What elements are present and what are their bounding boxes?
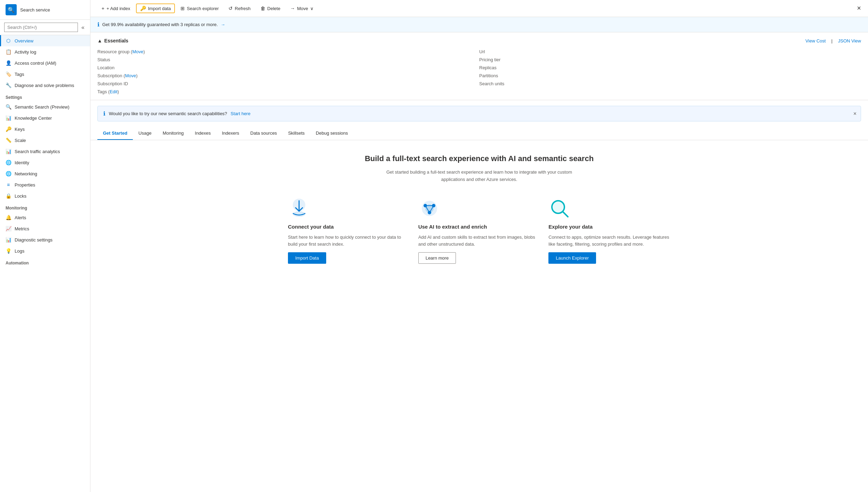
content-area: ℹ Get 99.9% availability guaranteed with… <box>90 17 868 492</box>
sidebar-item-search-traffic-label: Search traffic analytics <box>15 149 60 154</box>
move-button[interactable]: → Move ∨ <box>286 3 318 13</box>
add-index-icon: + <box>102 6 104 11</box>
sidebar-item-locks[interactable]: 🔒 Locks <box>0 190 90 201</box>
sidebar-item-semantic-search[interactable]: 🔍 Semantic Search (Preview) <box>0 101 90 112</box>
sidebar-item-alerts[interactable]: 🔔 Alerts <box>0 212 90 223</box>
tags-edit-link[interactable]: Edit <box>110 89 117 94</box>
search-explorer-label: Search explorer <box>187 6 219 11</box>
search-explorer-icon: ⊞ <box>180 6 185 11</box>
sidebar-item-knowledge-center[interactable]: 📊 Knowledge Center <box>0 112 90 124</box>
sidebar-item-iam[interactable]: 👤 Access control (IAM) <box>0 57 90 69</box>
monitoring-section-label: Monitoring <box>0 201 90 212</box>
essentials-resource-group: Resource group (Move) <box>97 49 479 54</box>
search-explorer-button[interactable]: ⊞ Search explorer <box>176 3 223 13</box>
view-cost-link[interactable]: View Cost <box>805 38 826 43</box>
properties-icon: ≡ <box>6 182 11 188</box>
refresh-button[interactable]: ↺ Refresh <box>224 3 255 13</box>
tags-label: Tags (Edit) <box>97 89 150 94</box>
sidebar-item-networking-label: Networking <box>15 171 37 176</box>
essentials-pricing-tier: Pricing tier <box>479 57 861 62</box>
sidebar-collapse-button[interactable]: « <box>80 23 86 32</box>
subscription-label: Subscription (Move) <box>97 73 150 78</box>
sidebar-item-scale[interactable]: 📏 Scale <box>0 135 90 146</box>
pricing-tier-label: Pricing tier <box>479 57 531 62</box>
card-explore-data: Explore your data Connect to apps, optim… <box>548 197 670 264</box>
window-close-button[interactable]: × <box>857 4 861 12</box>
semantic-search-banner: ℹ Would you like to try our new semantic… <box>97 106 861 121</box>
import-data-icon: 🔑 <box>140 6 146 11</box>
import-data-card-button[interactable]: Import Data <box>288 252 326 264</box>
resource-group-move-link[interactable]: Move <box>132 49 143 54</box>
essentials-collapse-icon: ▲ <box>97 38 102 43</box>
sidebar-item-metrics[interactable]: 📈 Metrics <box>0 223 90 234</box>
learn-more-card-button[interactable]: Learn more <box>418 252 456 264</box>
sidebar-item-overview-label: Overview <box>15 38 33 43</box>
subscription-move-link[interactable]: Move <box>125 73 136 78</box>
sidebar-item-diagnose[interactable]: 🔧 Diagnose and solve problems <box>0 80 90 91</box>
launch-explorer-card-button[interactable]: Launch Explorer <box>548 252 596 264</box>
tab-debug-sessions[interactable]: Debug sessions <box>310 127 354 140</box>
sidebar-item-logs[interactable]: 💡 Logs <box>0 245 90 256</box>
tab-indexes[interactable]: Indexes <box>189 127 216 140</box>
sidebar-item-overview[interactable]: ⬡ Overview <box>0 35 90 46</box>
sidebar-item-tags[interactable]: 🏷️ Tags <box>0 69 90 80</box>
metrics-icon: 📈 <box>6 226 11 231</box>
semantic-banner-close-button[interactable]: × <box>853 111 857 117</box>
sidebar-item-metrics-label: Metrics <box>15 226 29 231</box>
tab-usage[interactable]: Usage <box>133 127 157 140</box>
semantic-start-here-link[interactable]: Start here <box>231 111 250 116</box>
sidebar-scroll: ⬡ Overview 📋 Activity log 👤 Access contr… <box>0 35 90 492</box>
partitions-label: Partitions <box>479 73 531 78</box>
sidebar-item-keys[interactable]: 🔑 Keys <box>0 124 90 135</box>
sidebar-item-diagnostic-settings[interactable]: 📊 Diagnostic settings <box>0 234 90 245</box>
tab-get-started[interactable]: Get Started <box>97 127 133 140</box>
app-logo-icon: 🔍 <box>6 4 17 15</box>
sidebar-item-properties[interactable]: ≡ Properties <box>0 179 90 190</box>
move-icon: → <box>290 6 295 11</box>
settings-section-label: Settings <box>0 91 90 101</box>
essentials-url: Url <box>479 49 861 54</box>
sidebar-item-semantic-search-label: Semantic Search (Preview) <box>15 104 70 110</box>
sidebar-title: Search service <box>20 7 50 13</box>
activity-log-icon: 📋 <box>6 49 11 55</box>
semantic-banner-info-icon: ℹ <box>103 110 105 117</box>
tab-monitoring[interactable]: Monitoring <box>157 127 190 140</box>
sidebar-item-search-traffic[interactable]: 📊 Search traffic analytics <box>0 146 90 157</box>
semantic-banner-text: Would you like to try our new semantic s… <box>109 111 227 116</box>
essentials-section: ▲ Essentials View Cost | JSON View Resou… <box>90 32 868 100</box>
essentials-status: Status <box>97 57 479 62</box>
resource-group-label: Resource group (Move) <box>97 49 150 54</box>
sidebar: 🔍 Search service « ⬡ Overview 📋 Activity… <box>0 0 90 492</box>
sidebar-item-properties-label: Properties <box>15 182 35 188</box>
connect-data-icon <box>288 197 310 220</box>
tab-indexers[interactable]: Indexers <box>216 127 245 140</box>
banner-info-icon: ℹ <box>97 21 99 28</box>
essentials-title-text: Essentials <box>104 38 128 43</box>
add-index-button[interactable]: + + Add index <box>97 3 135 13</box>
json-view-link[interactable]: JSON View <box>838 38 861 43</box>
knowledge-center-icon: 📊 <box>6 115 11 121</box>
automation-section-label: Automation <box>0 256 90 267</box>
move-label: Move <box>297 6 308 11</box>
sidebar-item-networking[interactable]: 🌐 Networking <box>0 168 90 179</box>
delete-button[interactable]: 🗑 Delete <box>256 3 285 13</box>
get-started-title: Build a full-text search experience with… <box>97 154 861 163</box>
import-data-label: Import data <box>148 6 171 11</box>
essentials-title[interactable]: ▲ Essentials <box>97 38 128 43</box>
import-data-button[interactable]: 🔑 Import data <box>136 3 175 13</box>
scale-icon: 📏 <box>6 137 11 143</box>
tab-skillsets[interactable]: Skillsets <box>282 127 310 140</box>
networking-icon: 🌐 <box>6 171 11 176</box>
essentials-subscription: Subscription (Move) <box>97 73 479 78</box>
tab-data-sources[interactable]: Data sources <box>245 127 283 140</box>
sidebar-item-locks-label: Locks <box>15 193 26 199</box>
banner-link[interactable]: → <box>220 22 225 27</box>
keys-icon: 🔑 <box>6 126 11 132</box>
sidebar-item-activity-log[interactable]: 📋 Activity log <box>0 46 90 57</box>
sidebar-item-identity[interactable]: 🌐 Identity <box>0 157 90 168</box>
main-content: + + Add index 🔑 Import data ⊞ Search exp… <box>90 0 868 492</box>
use-ai-icon <box>418 197 441 220</box>
essentials-subscription-id: Subscription ID <box>97 81 479 86</box>
explore-data-desc: Connect to apps, optimize search results… <box>548 234 670 248</box>
search-input[interactable] <box>4 23 78 32</box>
